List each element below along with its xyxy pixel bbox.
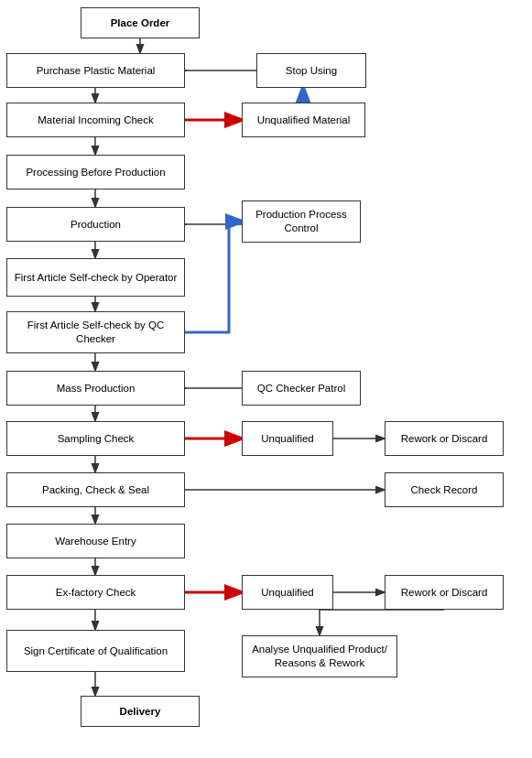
mass-production: Mass Production [6, 371, 185, 406]
sampling-check: Sampling Check [6, 421, 185, 456]
analyse-unqualified: Analyse Unqualified Product/ Reasons & R… [242, 635, 397, 677]
place-order: Place Order [81, 7, 200, 38]
flowchart: Place OrderPurchase Plastic MaterialStop… [0, 0, 532, 18]
warehouse: Warehouse Entry [6, 524, 185, 558]
rework-discard-2: Rework or Discard [385, 575, 504, 610]
unqualified-2: Unqualified [242, 575, 333, 610]
ex-factory: Ex-factory Check [6, 575, 185, 610]
processing: Processing Before Production [6, 155, 185, 190]
prod-process-control: Production Process Control [242, 200, 361, 243]
first-article-qc: First Article Self-check by QC Checker [6, 311, 185, 353]
qc-checker-patrol: QC Checker Patrol [242, 371, 361, 406]
production: Production [6, 207, 185, 242]
packing: Packing, Check & Seal [6, 472, 185, 507]
rework-discard-1: Rework or Discard [385, 421, 504, 456]
stop-using: Stop Using [256, 53, 366, 88]
unqualified-1: Unqualified [242, 421, 333, 456]
unqualified-material: Unqualified Material [242, 103, 365, 137]
sign-cert: Sign Certificate of Qualification [6, 630, 185, 672]
purchase-plastic: Purchase Plastic Material [6, 53, 185, 88]
material-check: Material Incoming Check [6, 103, 185, 137]
delivery: Delivery [81, 696, 200, 727]
check-record: Check Record [385, 472, 504, 507]
first-article-operator: First Article Self-check by Operator [6, 258, 185, 297]
